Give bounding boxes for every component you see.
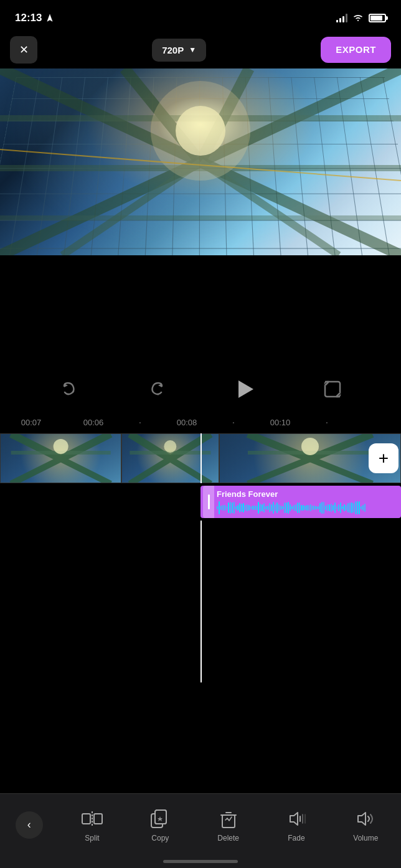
audio-track[interactable]: Friends Forever [0,483,401,521]
svg-rect-41 [155,810,166,824]
split-icon [81,808,103,830]
fade-icon [285,808,308,830]
svg-rect-36 [82,814,90,824]
status-bar: 12:13 [0,0,401,31]
timecode-2: 00:06 [62,418,125,427]
delete-tool[interactable]: Delete [210,803,247,847]
redo-icon [148,380,166,399]
svg-marker-0 [47,14,52,21]
top-toolbar: ✕ 720P ▼ EXPORT [0,31,401,68]
quality-selector[interactable]: 720P ▼ [152,39,206,62]
svg-marker-16 [158,384,162,387]
ruler-dot-2: • [218,420,249,425]
split-tool[interactable]: Split [73,803,111,847]
video-track[interactable]: + [0,433,401,483]
svg-marker-50 [358,813,366,825]
svg-point-35 [301,438,319,455]
svg-line-5 [0,162,200,255]
video-preview [0,68,401,255]
svg-line-21 [61,459,111,483]
playback-controls [0,367,401,411]
play-button[interactable] [231,375,258,403]
svg-line-6 [200,162,401,255]
playhead-video [200,433,202,483]
back-chevron-icon: ‹ [27,818,31,831]
split-label: Split [85,834,99,842]
video-frame-overlay [0,68,401,255]
timeline-ruler: 00:07 00:06 • 00:08 • 00:10 • [0,411,401,433]
svg-point-29 [164,440,177,453]
timecode-4: 00:10 [249,418,311,427]
svg-line-20 [11,459,61,483]
black-spacer [0,255,401,367]
svg-line-33 [310,459,372,483]
volume-label: Volume [353,834,378,842]
ruler-dot-3: • [311,420,342,425]
volume-icon [354,808,377,830]
status-time: 12:13 [15,12,54,24]
empty-timeline-area [0,521,401,682]
undo-icon [60,380,78,399]
close-button[interactable]: ✕ [10,36,37,64]
quality-label: 720P [162,45,184,55]
home-indicator [163,860,238,863]
svg-line-30 [248,434,310,459]
audio-handle[interactable] [203,486,214,518]
svg-rect-43 [222,815,235,828]
battery-icon [369,14,386,22]
svg-marker-46 [290,813,298,825]
undo-button[interactable] [55,375,83,403]
fullscreen-button[interactable] [319,375,346,403]
fullscreen-icon [324,380,341,398]
volume-tool[interactable]: Volume [346,803,385,847]
add-clip-button[interactable]: + [369,443,399,473]
play-icon [238,380,253,398]
video-thumbnail-1 [0,433,121,483]
location-icon [45,14,54,22]
playhead-extend [200,521,202,682]
signal-icon [336,14,347,22]
copy-tool[interactable]: Copy [141,803,179,847]
fade-tool[interactable]: Fade [278,803,315,847]
audio-waveform [214,499,399,517]
copy-label: Copy [151,834,169,842]
status-icons [336,14,386,22]
video-thumbnail-2 [121,433,219,483]
svg-marker-15 [64,384,68,387]
bottom-toolbar: ‹ Split Copy [0,793,401,868]
svg-point-23 [54,439,68,454]
timeline[interactable]: 00:07 00:06 • 00:08 • 00:10 • [0,411,401,682]
ruler-dot-1: • [125,420,156,425]
svg-rect-37 [94,814,102,824]
audio-track-inner: Friends Forever [200,486,401,518]
wifi-icon [352,14,364,22]
delete-label: Delete [217,834,239,842]
add-clip-plus-icon: + [379,450,389,467]
quality-dropdown-arrow: ▼ [189,45,196,54]
svg-line-31 [310,434,372,459]
timecode-1: 00:07 [0,418,62,427]
delete-icon [217,808,240,830]
back-button[interactable]: ‹ [16,811,43,839]
svg-line-26 [130,459,171,483]
redo-button[interactable] [143,375,171,403]
audio-track-name: Friends Forever [214,487,399,499]
copy-icon [149,808,171,830]
export-button[interactable]: EXPORT [321,37,391,63]
time-label: 12:13 [15,12,42,24]
svg-line-32 [248,459,310,483]
svg-line-27 [171,459,211,483]
fade-label: Fade [288,834,304,842]
timecode-3: 00:08 [156,418,218,427]
